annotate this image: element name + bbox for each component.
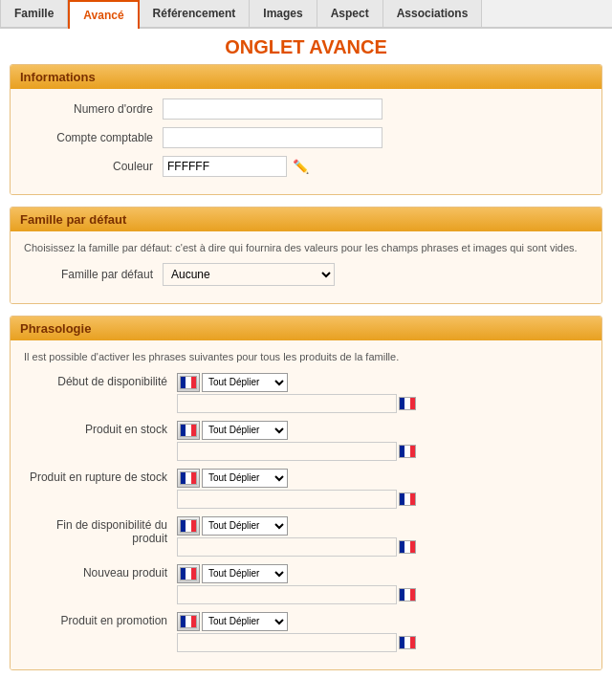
flag-button-2[interactable] (177, 469, 200, 488)
flag-fr-icon-2 (180, 471, 197, 485)
phrase-text-row-0 (177, 394, 416, 413)
phrasologie-description: Il est possible d'activer les phrases su… (24, 350, 588, 364)
phrase-dropdown-4[interactable]: Tout Déplier (202, 564, 288, 583)
phrase-text-input-3[interactable] (177, 537, 397, 557)
flag-fr-icon-5 (180, 615, 197, 628)
phrasologie-body: Il est possible d'activer les phrases su… (11, 340, 601, 668)
phrase-text-input-5[interactable] (177, 633, 397, 652)
flag-fr-icon-1 (180, 424, 197, 437)
flag-button-3[interactable] (177, 516, 200, 536)
color-row: ✏️ (163, 156, 309, 177)
phrase-dropdown-0[interactable]: Tout Déplier (202, 373, 288, 392)
phrase-flag-small-1 (399, 445, 416, 458)
phrasologie-section: Phrasologie Il est possible d'activer le… (10, 316, 602, 669)
phrase-text-row-3 (177, 537, 416, 557)
flag-button-4[interactable] (177, 564, 200, 583)
nav-tabs: Famille Avancé Référencement Images Aspe… (0, 0, 612, 29)
phrase-row-5: Produit en promotionTout Déplier (24, 612, 588, 652)
phrase-flag-small-0 (399, 397, 416, 410)
numero-input[interactable] (163, 98, 382, 120)
phrasologie-header: Phrasologie (11, 317, 601, 340)
phrase-text-input-1[interactable] (177, 442, 397, 461)
phrase-text-row-4 (177, 585, 416, 604)
phrase-controls-0: Tout Déplier (177, 373, 416, 413)
phrase-top-0: Tout Déplier (177, 373, 416, 392)
phrase-label-0: Début de disponibilité (24, 373, 177, 388)
famille-header: Famille par défaut (11, 208, 601, 231)
phrase-text-row-5 (177, 633, 416, 652)
compte-label: Compte comptable (24, 131, 163, 144)
phrase-label-4: Nouveau produit (24, 564, 177, 580)
phrase-top-1: Tout Déplier (177, 421, 416, 440)
phrase-label-5: Produit en promotion (24, 612, 177, 627)
informations-header: Informations (11, 65, 601, 89)
tab-referencement[interactable]: Référencement (140, 0, 251, 27)
famille-select-label: Famille par défaut (24, 268, 163, 281)
tab-famille[interactable]: Famille (0, 0, 68, 27)
phrase-top-2: Tout Déplier (177, 469, 416, 488)
phrase-dropdown-3[interactable]: Tout Déplier (202, 516, 288, 536)
phrase-top-4: Tout Déplier (177, 564, 416, 583)
tab-avance[interactable]: Avancé (68, 0, 139, 29)
phrase-row-3: Fin de disponibilité du produitTout Dépl… (24, 516, 588, 557)
phrase-text-row-1 (177, 442, 416, 461)
flag-fr-icon-4 (180, 567, 197, 580)
phrase-flag-small-2 (399, 492, 416, 506)
flag-fr-icon-0 (180, 376, 197, 389)
numero-label: Numero d'ordre (24, 102, 163, 116)
phrase-controls-1: Tout Déplier (177, 421, 416, 461)
phrase-label-2: Produit en rupture de stock (24, 469, 177, 484)
tab-referencement-label: Référencement (153, 7, 236, 20)
footer: Enregistrer (0, 691, 612, 700)
tab-aspect[interactable]: Aspect (317, 0, 383, 27)
phrase-label-1: Produit en stock (24, 421, 177, 436)
phrase-controls-3: Tout Déplier (177, 516, 416, 557)
flag-fr-icon-3 (180, 519, 197, 533)
phrase-row-2: Produit en rupture de stockTout Déplier (24, 469, 588, 509)
tab-avance-label: Avancé (83, 9, 123, 22)
phrase-text-row-2 (177, 490, 416, 509)
phrase-top-5: Tout Déplier (177, 612, 416, 631)
phrase-dropdown-1[interactable]: Tout Déplier (202, 421, 288, 440)
phrase-dropdown-5[interactable]: Tout Déplier (202, 612, 288, 631)
famille-select-row: Famille par défaut Aucune (24, 263, 588, 286)
flag-button-0[interactable] (177, 373, 200, 392)
phrase-controls-2: Tout Déplier (177, 469, 416, 509)
phrase-text-input-0[interactable] (177, 394, 397, 413)
phrase-controls-5: Tout Déplier (177, 612, 416, 652)
couleur-label: Couleur (24, 160, 163, 173)
flag-button-5[interactable] (177, 612, 200, 631)
tab-famille-label: Famille (14, 7, 54, 20)
phrase-row-0: Début de disponibilitéTout Déplier (24, 373, 588, 413)
page-title: ONGLET AVANCE (10, 29, 602, 64)
famille-body: Choisissez la famille par défaut: c'est … (11, 231, 601, 303)
tab-associations[interactable]: Associations (383, 0, 483, 27)
famille-section: Famille par défaut Choisissez la famille… (10, 207, 602, 304)
compte-row: Compte comptable (24, 127, 588, 148)
famille-select[interactable]: Aucune (163, 263, 335, 286)
phrase-flag-small-5 (399, 636, 416, 649)
informations-section: Informations Numero d'ordre Compte compt… (10, 64, 602, 195)
compte-input[interactable] (163, 127, 382, 148)
phrase-top-3: Tout Déplier (177, 516, 416, 536)
tab-aspect-label: Aspect (331, 7, 369, 20)
phrase-dropdown-2[interactable]: Tout Déplier (202, 469, 288, 488)
famille-description: Choisissez la famille par défaut: c'est … (24, 241, 588, 255)
tab-associations-label: Associations (397, 7, 469, 20)
phrase-flag-small-4 (399, 588, 416, 602)
numero-row: Numero d'ordre (24, 98, 588, 120)
tab-images-label: Images (263, 7, 302, 20)
couleur-input[interactable] (163, 156, 287, 177)
phrase-rows: Début de disponibilitéTout DéplierProdui… (24, 373, 588, 652)
phrase-text-input-2[interactable] (177, 490, 397, 509)
phrase-controls-4: Tout Déplier (177, 564, 416, 604)
tab-images[interactable]: Images (250, 0, 317, 27)
phrase-label-3: Fin de disponibilité du produit (24, 516, 177, 545)
color-picker-icon[interactable]: ✏️ (293, 159, 309, 174)
phrase-text-input-4[interactable] (177, 585, 397, 604)
phrase-row-4: Nouveau produitTout Déplier (24, 564, 588, 604)
phrase-flag-small-3 (399, 540, 416, 554)
phrase-row-1: Produit en stockTout Déplier (24, 421, 588, 461)
couleur-row: Couleur ✏️ (24, 156, 588, 177)
flag-button-1[interactable] (177, 421, 200, 440)
